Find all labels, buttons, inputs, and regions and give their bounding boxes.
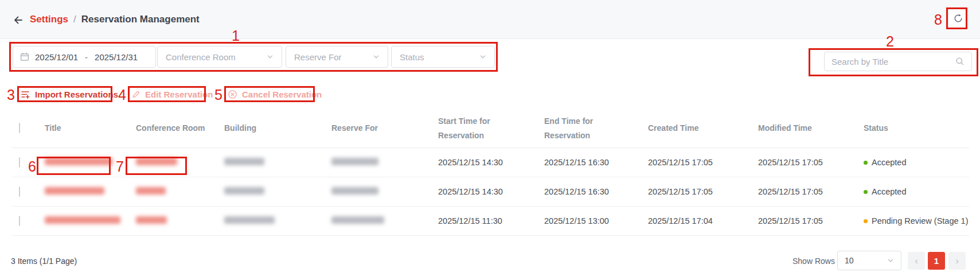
conference-room-placeholder: Conference Room: [166, 52, 236, 62]
status-label: Pending Review (Stage 1): [872, 216, 968, 226]
breadcrumb-separator: /: [73, 14, 76, 25]
row-checkbox[interactable]: [19, 216, 20, 226]
refresh-button[interactable]: [948, 8, 969, 29]
table-header-row: Title Conference Room Building Reserve F…: [11, 109, 969, 148]
status-label: Accepted: [872, 158, 906, 167]
redacted-title-link[interactable]: [45, 187, 104, 195]
conference-room-dropdown[interactable]: Conference Room: [157, 46, 282, 68]
show-rows-select[interactable]: 10: [837, 251, 901, 270]
search-field: [824, 52, 972, 71]
column-header-building: Building: [224, 121, 331, 135]
end-time-cell: 2025/12/15 16:30: [544, 187, 648, 196]
column-header-reserve-for: Reserve For: [331, 121, 438, 135]
column-header-end-time: End Time for Reservation: [544, 114, 648, 142]
pagination-prev-button[interactable]: ‹: [908, 252, 925, 270]
breadcrumb-settings-link[interactable]: Settings: [30, 14, 68, 25]
status-cell: Accepted: [864, 158, 969, 167]
created-time-cell: 2025/12/15 17:05: [648, 187, 758, 196]
chevron-down-icon: [267, 53, 274, 60]
start-time-cell: 2025/12/15 14:30: [438, 158, 544, 167]
search-input[interactable]: [831, 57, 951, 67]
status-dot: [864, 190, 868, 194]
cancel-reservation-button[interactable]: Cancel Reservation: [228, 87, 322, 102]
end-time-cell: 2025/12/15 16:30: [544, 158, 648, 167]
end-date-value: 2025/12/31: [95, 52, 138, 62]
edit-reservation-label: Edit Reservation: [145, 90, 213, 99]
status-placeholder: Status: [400, 52, 424, 62]
items-summary: 3 Items (1/1 Page): [11, 256, 77, 266]
reservation-management-page: Settings / Reservation Management 2025/1…: [0, 0, 980, 276]
redacted-conference-room-link[interactable]: [136, 158, 177, 165]
cancel-circle-icon: [228, 90, 237, 99]
start-date-value: 2025/12/01: [35, 52, 78, 62]
page-title: Reservation Management: [81, 14, 200, 25]
column-header-title: Title: [45, 121, 136, 135]
column-header-created-time: Created Time: [648, 121, 758, 135]
annotation-label-3: 3: [7, 88, 15, 102]
arrow-left-icon: [13, 14, 24, 26]
cancel-reservation-label: Cancel Reservation: [242, 90, 322, 99]
start-time-cell: 2025/12/15 14:30: [438, 187, 544, 196]
table-row: 2025/12/15 11:30 2025/12/15 13:00 2025/1…: [11, 207, 969, 236]
topbar: Settings / Reservation Management: [0, 0, 980, 39]
column-header-start-time: Start Time for Reservation: [438, 114, 544, 142]
column-header-conference-room: Conference Room: [136, 121, 224, 135]
chevron-down-icon: [887, 257, 894, 264]
created-time-cell: 2025/12/15 17:04: [648, 216, 758, 226]
pencil-icon: [131, 90, 140, 99]
redacted-title-link[interactable]: [45, 158, 112, 165]
import-reservations-button[interactable]: Import Reservations: [21, 87, 118, 102]
status-dot: [864, 219, 868, 223]
back-button[interactable]: [11, 13, 25, 27]
status-cell: Accepted: [864, 187, 969, 196]
search-icon: [955, 57, 965, 66]
end-time-cell: 2025/12/15 13:00: [544, 216, 648, 226]
calendar-icon: [20, 52, 29, 61]
status-cell: Pending Review (Stage 1): [864, 216, 969, 226]
date-range-separator: -: [85, 52, 88, 62]
redacted-reserve-for-value: [331, 187, 378, 195]
modified-time-cell: 2025/12/15 17:05: [758, 158, 864, 167]
import-icon: [21, 90, 30, 99]
table-row: 2025/12/15 14:30 2025/12/15 16:30 2025/1…: [11, 177, 969, 207]
row-checkbox[interactable]: [19, 186, 20, 197]
select-all-checkbox[interactable]: [19, 123, 20, 133]
redacted-reserve-for-value: [331, 216, 384, 224]
redacted-conference-room-link[interactable]: [136, 187, 166, 195]
table-row: 2025/12/15 14:30 2025/12/15 16:30 2025/1…: [11, 148, 969, 177]
column-header-status: Status: [864, 121, 969, 135]
modified-time-cell: 2025/12/15 17:05: [758, 216, 864, 226]
pagination-page-1-button[interactable]: 1: [928, 252, 945, 270]
pagination-next-button[interactable]: ›: [948, 252, 966, 270]
start-time-cell: 2025/12/15 11:30: [438, 216, 544, 226]
column-header-modified-time: Modified Time: [758, 121, 864, 135]
reservations-table: Title Conference Room Building Reserve F…: [11, 109, 969, 236]
chevron-down-icon: [373, 53, 380, 60]
show-rows-label: Show Rows: [792, 256, 835, 266]
redacted-building-value: [224, 158, 264, 165]
status-dropdown[interactable]: Status: [391, 46, 495, 68]
redacted-conference-room-link[interactable]: [136, 216, 167, 224]
date-range-picker[interactable]: 2025/12/01 - 2025/12/31: [13, 46, 156, 68]
annotation-label-5: 5: [214, 88, 222, 102]
redacted-reserve-for-value: [331, 158, 378, 165]
annotation-label-4: 4: [118, 88, 126, 102]
modified-time-cell: 2025/12/15 17:05: [758, 187, 864, 196]
show-rows-value: 10: [845, 256, 854, 265]
reserve-for-placeholder: Reserve For: [294, 52, 342, 62]
redacted-title-link[interactable]: [45, 216, 120, 224]
refresh-icon: [952, 13, 964, 24]
row-checkbox[interactable]: [19, 157, 20, 168]
status-label: Accepted: [872, 187, 906, 196]
status-dot: [864, 161, 868, 165]
edit-reservation-button[interactable]: Edit Reservation: [131, 87, 213, 102]
created-time-cell: 2025/12/15 17:05: [648, 158, 758, 167]
redacted-building-value: [224, 187, 264, 195]
import-reservations-label: Import Reservations: [35, 90, 118, 99]
chevron-down-icon: [479, 53, 486, 60]
reserve-for-dropdown[interactable]: Reserve For: [286, 46, 388, 68]
breadcrumb: Settings / Reservation Management: [30, 14, 200, 25]
redacted-building-value: [224, 216, 275, 224]
